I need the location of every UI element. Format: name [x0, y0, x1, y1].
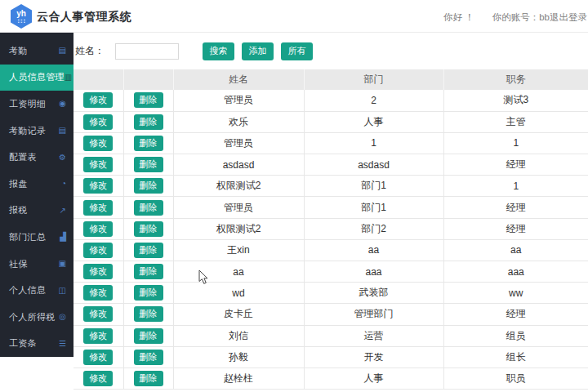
- sidebar-item-label: 部门汇总: [9, 231, 46, 243]
- delete-button[interactable]: 删除: [134, 371, 163, 386]
- cell-job: ww: [443, 283, 588, 304]
- table-row: 修改 删除 欢乐 人事 主管: [74, 111, 588, 132]
- edit-button[interactable]: 修改: [83, 221, 113, 237]
- sidebar-item-label: 考勤记录: [9, 125, 46, 137]
- personnel-info-icon: ▥: [65, 74, 72, 82]
- table-row: 修改 删除 皮卡丘 管理部门 经理: [74, 304, 588, 325]
- cell-job: 1: [443, 176, 588, 197]
- sidebar-item-attendance[interactable]: 考勤 ▤: [0, 38, 74, 65]
- name-filter-input[interactable]: [115, 43, 179, 60]
- delete-button[interactable]: 删除: [134, 306, 163, 322]
- cell-dept: 人事: [304, 368, 443, 389]
- edit-button[interactable]: 修改: [83, 157, 113, 172]
- delete-button[interactable]: 删除: [134, 350, 163, 365]
- delete-button[interactable]: 删除: [134, 136, 163, 151]
- sidebar-item-income-tax[interactable]: 个人所得税 ◎: [0, 304, 74, 331]
- table-row: 修改 删除 asdasd asdasd 经理: [74, 154, 588, 176]
- name-filter-label: 姓名：: [75, 44, 105, 58]
- cell-name: wd: [173, 283, 304, 304]
- logo-text: yh: [16, 10, 26, 18]
- delete-button[interactable]: 删除: [134, 264, 163, 279]
- table-row: 修改 删除 aa aaa aaa: [74, 261, 588, 283]
- cell-dept: 运营: [304, 325, 443, 346]
- header-name: 姓名: [173, 69, 304, 90]
- sidebar-item-personal-info[interactable]: 个人信息 ◫: [0, 277, 74, 304]
- edit-button[interactable]: 修改: [83, 114, 113, 130]
- attendance-record-icon: ▤: [59, 127, 66, 135]
- cell-dept: 武装部: [304, 283, 443, 304]
- delete-button[interactable]: 删除: [134, 178, 163, 194]
- sidebar-item-label: 报盘: [9, 178, 28, 190]
- delete-button[interactable]: 删除: [134, 92, 163, 108]
- edit-button[interactable]: 修改: [83, 264, 113, 279]
- edit-button[interactable]: 修改: [83, 328, 113, 344]
- delete-button[interactable]: 删除: [134, 200, 163, 216]
- mouse-cursor-icon: [198, 270, 208, 285]
- sidebar-item-salary-detail[interactable]: 工资明细 ◉: [0, 91, 74, 118]
- income-tax-icon: ◎: [59, 313, 66, 321]
- sidebar-item-social-security[interactable]: 社保 ▣: [0, 251, 74, 278]
- delete-button[interactable]: 删除: [134, 114, 163, 130]
- add-button[interactable]: 添加: [242, 42, 274, 60]
- sidebar-item-label: 人员信息管理: [9, 71, 65, 83]
- edit-button[interactable]: 修改: [83, 92, 113, 108]
- app-title: 云合人事管理系统: [37, 10, 131, 24]
- table-row: 修改 删除 管理员 2 测试3: [74, 90, 588, 111]
- account-label: 你的账号：bb: [492, 11, 550, 24]
- sidebar-item-label: 配置表: [9, 151, 37, 163]
- edit-button[interactable]: 修改: [83, 136, 113, 151]
- app-window: yh 云合人事管理系统 你好 ！ 你的账号：bb 退出登录 考勤 ▤ 人员信息管…: [0, 0, 588, 392]
- logout-link[interactable]: 退出登录: [550, 11, 587, 24]
- cell-dept: aa: [304, 239, 443, 261]
- sidebar-item-label: 个人信息: [9, 284, 46, 296]
- cell-name: 孙毅: [173, 346, 304, 368]
- edit-button[interactable]: 修改: [83, 350, 113, 365]
- cell-name: asdasd: [173, 154, 304, 176]
- cell-job: aa: [443, 239, 588, 261]
- edit-button[interactable]: 修改: [83, 285, 113, 301]
- edit-button[interactable]: 修改: [83, 306, 113, 322]
- edit-button[interactable]: 修改: [83, 178, 113, 194]
- sidebar-item-tax-report[interactable]: 报税 ↗: [0, 198, 74, 225]
- header-dept: 部门: [304, 69, 443, 90]
- clock-icon: ◔: [61, 180, 66, 188]
- table-header-row: 姓名 部门 职务: [74, 69, 588, 90]
- cell-name: 王xin: [173, 239, 304, 261]
- personnel-table: 姓名 部门 职务 修改 删除 管理员 2 测试3 修改 删除 欢乐 人事: [74, 69, 588, 390]
- delete-button[interactable]: 删除: [134, 157, 163, 172]
- table-row: 修改 删除 管理员 部门1 经理: [74, 197, 588, 218]
- sidebar-item-label: 个人所得税: [9, 311, 56, 323]
- delete-button[interactable]: 删除: [134, 285, 163, 301]
- sidebar-item-payslip[interactable]: 工资条 ☰: [0, 331, 74, 358]
- cell-name: 皮卡丘: [173, 304, 304, 325]
- sidebar-item-attendance-record[interactable]: 考勤记录 ▤: [0, 118, 74, 145]
- search-button[interactable]: 搜索: [203, 42, 234, 60]
- sidebar-item-label: 报税: [9, 204, 28, 216]
- logo-dots-icon: [17, 19, 26, 23]
- top-bar: yh 云合人事管理系统 你好 ！ 你的账号：bb 退出登录: [0, 0, 588, 33]
- cell-job: aaa: [443, 261, 588, 283]
- cell-name: 刘信: [173, 325, 304, 346]
- app-logo: yh: [11, 4, 32, 29]
- sidebar-item-report-disk[interactable]: 报盘 ◔: [0, 171, 74, 198]
- payslip-icon: ☰: [59, 340, 66, 348]
- sidebar-item-personnel-info[interactable]: 人员信息管理 ▥: [0, 65, 74, 91]
- all-button[interactable]: 所有: [281, 42, 313, 60]
- edit-button[interactable]: 修改: [83, 200, 113, 216]
- cell-job: 经理: [443, 304, 588, 325]
- delete-button[interactable]: 删除: [134, 221, 163, 237]
- cell-dept: 1: [304, 132, 443, 154]
- cell-job: 1: [443, 132, 588, 154]
- edit-button[interactable]: 修改: [83, 243, 113, 258]
- table-row: 修改 删除 管理员 1 1: [74, 132, 588, 154]
- delete-button[interactable]: 删除: [134, 243, 163, 258]
- delete-button[interactable]: 删除: [134, 328, 163, 344]
- sidebar-item-label: 社保: [9, 258, 28, 270]
- edit-button[interactable]: 修改: [83, 371, 113, 386]
- sidebar-item-config-table[interactable]: 配置表 ⚙: [0, 144, 74, 171]
- sidebar-item-label: 工资明细: [9, 98, 46, 110]
- sidebar-item-department-summary[interactable]: 部门汇总 ▟: [0, 224, 74, 251]
- cell-job: 测试3: [443, 90, 588, 111]
- cell-job: 职员: [443, 368, 588, 389]
- header-delete-column: [123, 69, 173, 90]
